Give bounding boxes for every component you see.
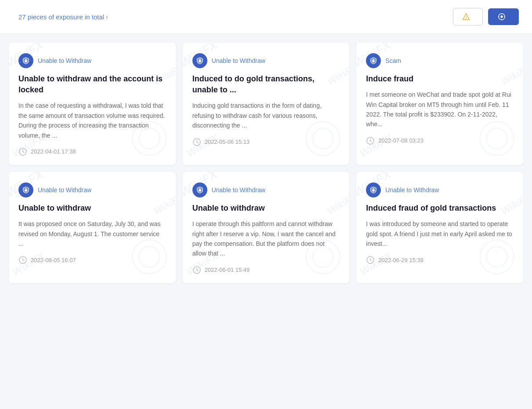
tag-label: Scam	[385, 57, 401, 64]
header-left: 27 pieces of exposure in total ›	[13, 13, 108, 21]
pyramid-scheme-button[interactable]: !	[453, 8, 483, 26]
card-body: In the case of requesting a withdrawal, …	[18, 101, 166, 140]
tag-icon-badge	[192, 183, 207, 197]
card-footer: 2022-05-06 15:13	[192, 138, 340, 146]
tag-label: Unable to Withdraw	[38, 186, 91, 194]
card-body: I was introduced by someone and started …	[366, 219, 514, 248]
card-body: I operate through this paltform and cann…	[192, 219, 340, 259]
tag-icon-badge	[18, 53, 33, 68]
svg-point-6	[199, 60, 201, 62]
tag-row: Unable to Withdraw	[192, 183, 340, 197]
shield-bug-icon	[22, 57, 30, 65]
tag-row: Unable to Withdraw	[18, 53, 166, 68]
tag-label: Unable to Withdraw	[212, 186, 265, 194]
card-title: Unable to withdraw and the account is lo…	[18, 73, 166, 95]
card-date: 2022-07-08 03:23	[378, 137, 423, 144]
tag-row: Unable to Withdraw	[366, 183, 514, 197]
svg-point-19	[373, 188, 374, 190]
clock-icon	[366, 136, 375, 145]
count-arrow-icon: ›	[106, 14, 108, 20]
tag-row: Scam	[366, 53, 514, 68]
clock-icon	[18, 256, 27, 264]
tag-icon-badge	[192, 53, 207, 68]
card-footer: 2022-08-05 16:07	[18, 256, 166, 264]
card-footer: 2022-04-01 17:38	[18, 147, 166, 156]
clock-icon	[366, 256, 375, 264]
header-right: !	[453, 8, 519, 26]
complaint-card[interactable]: WikiFX WikiFX WikiFX Unable to Withdraw …	[183, 43, 350, 165]
card-content: Unable to Withdraw Induced fraud of gold…	[366, 183, 514, 264]
tag-label: Unable to Withdraw	[385, 186, 439, 194]
shield-bug-icon	[369, 186, 377, 194]
cards-grid: WikiFX WikiFX WikiFX Unable to Withdraw …	[0, 34, 532, 292]
complaint-card[interactable]: WikiFX WikiFX WikiFX Scam Induce fraud I…	[356, 43, 523, 165]
expose-button[interactable]	[488, 8, 519, 25]
shield-bug-icon	[22, 186, 30, 194]
card-date: 2022-05-06 15:13	[205, 139, 250, 145]
card-content: Unable to Withdraw Unable to withdraw I …	[192, 183, 340, 274]
clock-icon	[192, 138, 201, 146]
complaint-card[interactable]: WikiFX WikiFX WikiFX Unable to Withdraw …	[9, 43, 176, 165]
tag-icon-badge	[18, 183, 33, 197]
tag-row: Unable to Withdraw	[192, 53, 340, 68]
card-body: It was proposed once on Saturday, July 3…	[18, 219, 166, 248]
tag-label: Unable to Withdraw	[38, 57, 91, 64]
clock-icon	[18, 147, 27, 156]
exposure-count-link[interactable]: 27 pieces of exposure in total ›	[18, 13, 108, 21]
svg-point-4	[25, 59, 27, 60]
warning-icon: !	[462, 13, 470, 21]
card-body: Inducing gold transactions in the form o…	[192, 101, 340, 130]
tag-label: Unable to Withdraw	[212, 57, 265, 64]
shield-bug-icon	[196, 186, 204, 194]
card-content: Scam Induce fraud I met someone on WeCha…	[366, 53, 514, 145]
page-header: 27 pieces of exposure in total › !	[0, 0, 532, 34]
card-title: Induced to do gold transactions, unable …	[192, 73, 340, 95]
card-date: 2022-06-01 15:49	[205, 267, 250, 273]
card-date: 2022-04-01 17:38	[31, 148, 76, 155]
expose-icon	[498, 13, 506, 21]
tag-icon-badge	[366, 183, 381, 197]
svg-point-7	[199, 59, 200, 60]
complaint-card[interactable]: WikiFX WikiFX WikiFX Unable to Withdraw …	[183, 172, 350, 283]
tag-row: Unable to Withdraw	[18, 183, 166, 197]
tag-icon-badge	[366, 53, 381, 68]
card-footer: 2022-06-29 15:38	[366, 256, 514, 264]
card-content: Unable to Withdraw Induced to do gold tr…	[192, 53, 340, 146]
card-title: Unable to withdraw	[18, 203, 166, 214]
card-content: Unable to Withdraw Unable to withdraw an…	[18, 53, 166, 156]
card-footer: 2022-06-01 15:49	[192, 266, 340, 274]
svg-point-2	[500, 15, 503, 18]
shield-bug-icon	[196, 57, 204, 65]
card-title: Unable to withdraw	[192, 203, 340, 214]
svg-point-15	[199, 189, 201, 191]
svg-point-18	[373, 189, 375, 191]
card-body: I met someone on WeChat and trade spot g…	[366, 90, 514, 129]
card-date: 2022-08-05 16:07	[31, 257, 76, 263]
svg-point-9	[373, 60, 375, 62]
card-date: 2022-06-29 15:38	[378, 257, 423, 263]
svg-point-13	[25, 188, 27, 190]
clock-icon	[192, 266, 201, 274]
svg-point-10	[373, 59, 374, 60]
svg-point-3	[25, 60, 27, 62]
complaint-card[interactable]: WikiFX WikiFX WikiFX Unable to Withdraw …	[9, 172, 176, 283]
card-content: Unable to Withdraw Unable to withdraw It…	[18, 183, 166, 264]
card-title: Induced fraud of gold transactions	[366, 203, 514, 214]
complaint-card[interactable]: WikiFX WikiFX WikiFX Unable to Withdraw …	[356, 172, 523, 283]
shield-bug-icon	[369, 57, 377, 65]
card-footer: 2022-07-08 03:23	[366, 136, 514, 145]
card-title: Induce fraud	[366, 73, 514, 84]
svg-text:!: !	[466, 16, 467, 20]
svg-point-12	[25, 189, 27, 191]
svg-point-16	[199, 188, 200, 190]
